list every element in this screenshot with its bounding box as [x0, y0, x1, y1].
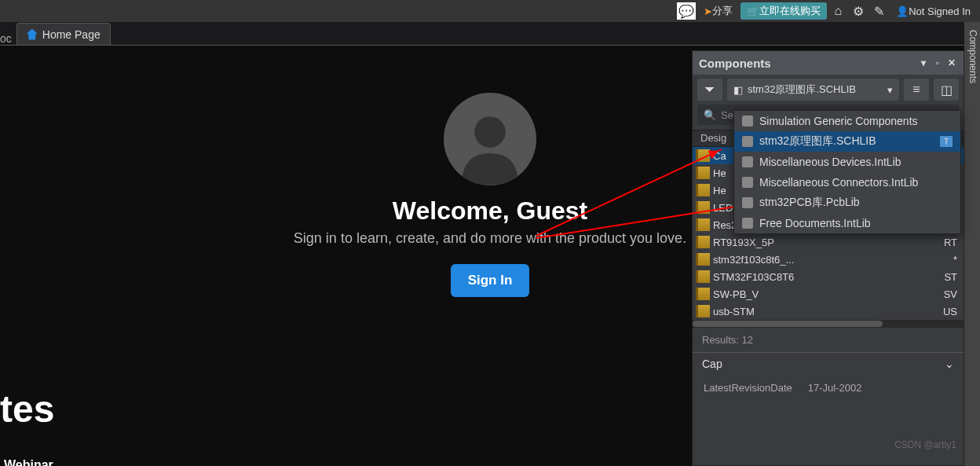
panel-header: Components ▾ ▫ ✕ — [693, 51, 964, 75]
component-icon — [696, 201, 710, 214]
panel-close-icon[interactable]: ✕ — [946, 57, 957, 68]
row-name: usb-STM — [713, 306, 890, 317]
row-foot: US — [937, 306, 960, 317]
tes-heading: tes — [0, 387, 54, 431]
dropdown-item[interactable]: stm32PCB库.PcbLib — [734, 193, 960, 213]
library-dropdown: Simulation Generic Componentsstm32原理图库.S… — [733, 110, 961, 234]
lib-icon: ◧ — [733, 84, 743, 96]
home-icon[interactable]: ⌂ — [828, 2, 847, 20]
help-icon[interactable]: ✎ — [869, 2, 888, 20]
panel-toolbar: ⏷ ◧ stm32原理图库.SCHLIB ▾ ≡ ◫ — [693, 75, 964, 105]
webinar-label: Webinar — [4, 458, 53, 466]
chevron-down-icon: ⌄ — [945, 358, 954, 370]
tab-fragment: oc — [0, 32, 16, 45]
notify-button[interactable]: 💬 — [677, 2, 696, 20]
dropdown-label: Miscellaneous Devices.IntLib — [759, 156, 901, 168]
table-row[interactable]: STM32F103C8T6ST — [693, 268, 964, 285]
row-name: stm32f103c8t6_... — [713, 254, 890, 266]
dropdown-label: stm32原理图库.SCHLIB — [759, 134, 876, 149]
side-tab-components[interactable]: Components — [964, 22, 980, 91]
dropdown-label: stm32PCB库.PcbLib — [759, 196, 860, 210]
row-foot: RT — [937, 237, 960, 248]
selected-lib-label: stm32原理图库.SCHLIB — [748, 83, 856, 97]
row-foot: ST — [937, 271, 960, 283]
dropdown-item[interactable]: Miscellaneous Devices.IntLib — [734, 152, 960, 172]
lib-icon — [742, 156, 753, 167]
detail-val: 17-Jul-2002 — [808, 382, 862, 394]
dropdown-item[interactable]: Miscellaneous Connectors.IntLib — [734, 172, 960, 193]
h-scrollbar[interactable] — [693, 320, 964, 328]
table-row[interactable]: SW-PB_VSV — [693, 285, 964, 303]
tab-bar: oc Home Page — [0, 22, 980, 46]
dropdown-item[interactable]: stm32原理图库.SCHLIBT — [734, 131, 960, 152]
detail-key: LatestRevisionDate — [704, 382, 792, 394]
component-icon — [696, 253, 710, 266]
component-icon — [696, 167, 710, 179]
panel-pin-icon[interactable]: ▫ — [932, 57, 943, 68]
library-selector[interactable]: ◧ stm32原理图库.SCHLIB ▾ — [727, 79, 899, 101]
row-name: STM32F103C8T6 — [713, 271, 890, 283]
buy-button[interactable]: 🛒 立即在线购买 — [740, 2, 827, 20]
lib-icon — [742, 218, 753, 229]
row-name: RT9193X_5P — [713, 237, 890, 248]
lib-icon — [742, 197, 753, 208]
share-label: 分享 — [712, 4, 733, 18]
active-badge: T — [940, 136, 953, 147]
tab-home[interactable]: Home Page — [16, 23, 111, 45]
welcome-subtitle: Sign in to learn, create, and do more wi… — [254, 230, 726, 247]
signin-label: Not Signed In — [909, 6, 971, 17]
top-toolbar: 💬 ➤分享 🛒 立即在线购买 ⌂ ⚙ ✎ 👤 Not Signed In — [0, 0, 980, 22]
search-placeholder: Se — [721, 109, 733, 121]
lib-icon — [742, 177, 753, 188]
detail-body: LatestRevisionDate 17-Jul-2002 — [693, 374, 964, 402]
component-icon — [696, 218, 710, 231]
component-icon — [696, 149, 710, 162]
table-row[interactable]: usb-STMUS — [693, 303, 964, 320]
svg-point-0 — [474, 116, 506, 148]
detail-view-button[interactable]: ◫ — [934, 79, 959, 101]
chevron-down-icon: ▾ — [887, 84, 893, 96]
dropdown-label: Miscellaneous Connectors.IntLib — [759, 176, 918, 189]
table-row[interactable]: RT9193X_5PRT — [693, 233, 964, 251]
lib-icon — [742, 136, 753, 147]
watermark: CSDN @artly1 — [894, 439, 956, 450]
results-count: Results: 12 — [693, 328, 964, 352]
welcome-block: Welcome, Guest Sign in to learn, create,… — [254, 93, 726, 297]
side-tabs: Components — [964, 22, 980, 466]
gear-icon[interactable]: ⚙ — [849, 2, 868, 20]
component-icon — [696, 184, 710, 196]
component-icon — [696, 288, 710, 300]
dropdown-label: Free Documents.IntLib — [759, 217, 871, 229]
signin-status[interactable]: 👤 Not Signed In — [890, 2, 977, 20]
table-row[interactable]: stm32f103c8t6_...* — [693, 251, 964, 268]
detail-header[interactable]: Cap ⌄ — [693, 352, 964, 374]
signin-button[interactable]: Sign In — [451, 264, 530, 297]
row-foot: * — [937, 254, 960, 266]
filter-button[interactable]: ⏷ — [697, 79, 722, 101]
lib-icon — [742, 116, 753, 127]
welcome-title: Welcome, Guest — [254, 196, 726, 226]
share-button[interactable]: ➤分享 — [697, 2, 739, 20]
home-tab-label: Home Page — [42, 28, 101, 41]
home-tab-icon — [27, 29, 38, 40]
component-icon — [696, 236, 710, 248]
avatar — [444, 93, 536, 185]
detail-name: Cap — [702, 358, 722, 370]
search-icon: 🔍 — [704, 109, 716, 121]
component-icon — [696, 270, 710, 283]
component-icon — [696, 305, 710, 317]
dropdown-item[interactable]: Free Documents.IntLib — [734, 213, 960, 233]
row-foot: SV — [937, 288, 960, 300]
list-view-button[interactable]: ≡ — [904, 79, 929, 101]
buy-label: 立即在线购买 — [759, 4, 821, 18]
panel-menu-icon[interactable]: ▾ — [918, 57, 929, 68]
row-name: SW-PB_V — [713, 288, 890, 300]
panel-title: Components — [699, 57, 771, 70]
dropdown-item[interactable]: Simulation Generic Components — [734, 111, 960, 131]
dropdown-label: Simulation Generic Components — [759, 115, 918, 127]
